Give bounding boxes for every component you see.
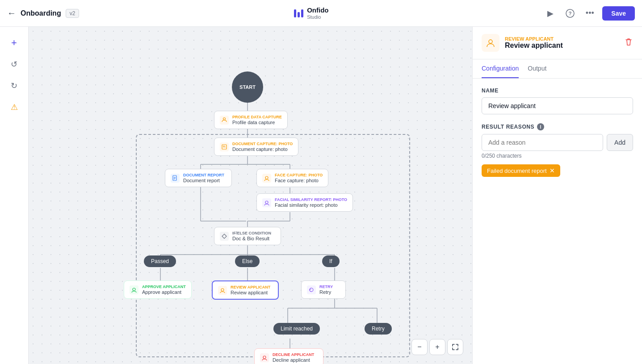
if-pill[interactable]: If [322, 255, 340, 267]
result-reasons-label: RESULT REASONS i [482, 123, 633, 130]
back-button[interactable]: ← [7, 8, 16, 18]
name-field-group: NAME [482, 88, 633, 114]
logo-text-block: Onfido Studio [307, 7, 328, 20]
panel-header-left: REVIEW APPLICANT Review applicant [482, 34, 563, 52]
reason-input-row: Add [482, 134, 633, 151]
header: ← Onboarding v2 Onfido Studio ▶ ? ••• Sa… [0, 0, 642, 27]
zoom-out-button[interactable]: − [411, 339, 428, 355]
header-right: ▶ ? ••• Save [543, 6, 635, 21]
start-node[interactable]: START [232, 71, 263, 103]
retry-node[interactable]: RETRY Retry [301, 280, 346, 299]
doc-report-icon [171, 174, 180, 183]
zoom-controls: − + [411, 339, 463, 355]
info-icon: i [537, 123, 544, 130]
workflow-title: Onboarding [21, 9, 61, 17]
zoom-in-button[interactable]: + [429, 339, 445, 355]
version-badge: v2 [66, 9, 80, 18]
panel-title-block: REVIEW APPLICANT Review applicant [505, 36, 563, 50]
redo-button[interactable]: ↻ [5, 77, 23, 95]
right-panel: REVIEW APPLICANT Review applicant Config… [472, 27, 642, 364]
char-count: 0/250 characters [482, 153, 633, 159]
approve-icon [130, 285, 138, 294]
warning-button[interactable]: ⚠ [5, 98, 23, 116]
expand-icon [452, 343, 459, 351]
if-else-node[interactable]: IF/ELSE CONDITION Doc & Bio Result [214, 227, 281, 245]
svg-rect-43 [308, 286, 315, 293]
logo-name: Onfido [307, 7, 328, 14]
profile-icon [220, 116, 229, 125]
facial-report-node[interactable]: FACIAL SIMILARITY REPORT: PHOTO Facial s… [256, 193, 353, 212]
more-button[interactable]: ••• [583, 6, 597, 21]
tab-output[interactable]: Output [528, 59, 546, 78]
svg-text:?: ? [569, 11, 572, 16]
reason-input[interactable] [482, 134, 603, 151]
save-button[interactable]: Save [602, 6, 635, 21]
svg-rect-34 [263, 175, 270, 182]
header-left: ← Onboarding v2 [7, 8, 79, 18]
tag-failed-doc[interactable]: Failed document report ✕ [482, 164, 560, 177]
doc-capture-node[interactable]: DOCUMENT CAPTURE: PHOTO Document capture… [214, 138, 298, 156]
svg-rect-41 [219, 287, 226, 294]
main-layout: + ↺ ↻ ⚠ [0, 27, 642, 364]
panel-type-icon [482, 34, 499, 52]
help-button[interactable]: ? [563, 6, 577, 21]
if-else-icon [220, 232, 229, 241]
face-capture-icon [262, 174, 271, 183]
add-button[interactable]: + [5, 34, 23, 52]
delete-button[interactable] [624, 38, 633, 49]
retry-icon [307, 285, 316, 294]
else-pill[interactable]: Else [235, 255, 260, 267]
profile-node[interactable]: PROFILE DATA CAPTURE Profile data captur… [214, 111, 288, 129]
svg-rect-39 [130, 286, 138, 293]
canvas[interactable]: START PROFILE DATA CAPTURE Profile data … [29, 27, 472, 364]
trash-icon [624, 38, 633, 46]
panel-content: NAME RESULT REASONS i Add 0/250 characte… [473, 79, 642, 186]
passed-pill[interactable]: Passed [144, 255, 176, 267]
name-label: NAME [482, 88, 633, 94]
panel-tabs: Configuration Output [473, 59, 642, 79]
limit-reached-pill[interactable]: Limit reached [273, 323, 320, 335]
svg-rect-36 [263, 199, 270, 206]
approve-node[interactable]: APPROVE APPLICANT Approve applicant [124, 280, 192, 299]
panel-type-label: REVIEW APPLICANT [505, 36, 563, 42]
panel-title: Review applicant [505, 42, 563, 50]
review-node[interactable]: REVIEW APPLICANT Review applicant [212, 280, 279, 300]
facial-report-icon [262, 198, 271, 207]
tags-container: Failed document report ✕ [482, 164, 633, 177]
review-icon [218, 286, 227, 295]
name-input[interactable] [482, 97, 633, 114]
tab-configuration[interactable]: Configuration [482, 59, 519, 78]
tag-close-icon[interactable]: ✕ [550, 167, 555, 174]
review-applicant-icon [486, 38, 495, 48]
help-icon: ? [566, 9, 575, 18]
logo-icon [294, 9, 303, 17]
undo-button[interactable]: ↺ [5, 55, 23, 73]
header-center: Onfido Studio [294, 7, 328, 20]
add-reason-button[interactable]: Add [607, 134, 633, 151]
logo-sub: Studio [307, 14, 328, 20]
expand-button[interactable] [447, 339, 463, 355]
decline-node[interactable]: DECLINE APPLICANT Decline applicant [254, 348, 323, 364]
play-button[interactable]: ▶ [543, 6, 558, 21]
svg-rect-44 [261, 354, 268, 361]
doc-report-node[interactable]: DOCUMENT REPORT Document report [165, 169, 232, 187]
doc-capture-icon [220, 142, 229, 151]
panel-header: REVIEW APPLICANT Review applicant [473, 27, 642, 59]
retry-pill[interactable]: Retry [365, 323, 392, 335]
svg-point-46 [489, 40, 492, 43]
decline-icon [260, 353, 269, 362]
left-sidebar: + ↺ ↻ ⚠ [0, 27, 29, 364]
result-reasons-group: RESULT REASONS i Add 0/250 characters Fa… [482, 123, 633, 177]
face-capture-node[interactable]: FACE CAPTURE: PHOTO Face capture: photo [256, 169, 328, 187]
